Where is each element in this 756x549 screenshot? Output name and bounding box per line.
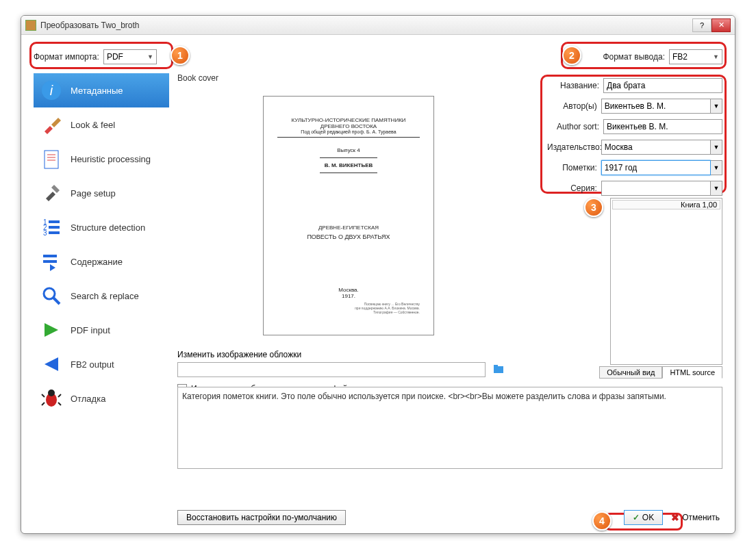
dialog-window: Преобразовать Two_broth ? ✕ Формат импор… — [21, 15, 735, 534]
brush-icon — [39, 112, 64, 137]
sidebar-item-search-replace[interactable]: Search & replace — [34, 279, 169, 313]
svg-rect-11 — [49, 231, 60, 234]
bug-icon — [39, 386, 64, 411]
author-input[interactable] — [601, 99, 711, 114]
tab-html-source[interactable]: HTML source — [662, 366, 722, 379]
series-input[interactable] — [601, 181, 711, 196]
list-icon: 123 — [39, 215, 64, 240]
titlebar: Преобразовать Two_broth ? ✕ — [21, 16, 735, 35]
arrow-right-icon — [39, 318, 64, 342]
series-dropdown[interactable]: ▼ — [711, 181, 722, 196]
chevron-down-icon: ▼ — [713, 53, 719, 60]
sidebar-item-toc[interactable]: Содержание — [34, 244, 169, 279]
series-list[interactable]: Книга 1,00 — [610, 198, 722, 365]
import-format-combo[interactable]: PDF▼ — [103, 49, 157, 64]
search-icon — [39, 283, 64, 308]
title-input[interactable] — [603, 78, 722, 93]
tags-dropdown[interactable]: ▼ — [711, 160, 722, 175]
output-format-label: Формат вывода: — [603, 52, 665, 62]
toc-icon — [39, 249, 64, 274]
title-label: Название: — [547, 81, 603, 90]
tags-label: Пометки: — [547, 163, 601, 173]
app-icon — [25, 20, 36, 31]
tags-input[interactable] — [601, 160, 711, 175]
tab-normal-view[interactable]: Обычный вид — [599, 366, 662, 379]
help-button[interactable]: ? — [692, 18, 711, 32]
browse-button[interactable] — [491, 361, 506, 376]
cover-path-input[interactable] — [177, 362, 486, 377]
cover-preview: КУЛЬТУРНО-ИСТОРИЧЕСКИЕ ПАМЯТНИКИ ДРЕВНЕГ… — [177, 86, 520, 346]
svg-line-15 — [53, 298, 60, 304]
sidebar-item-fb2-output[interactable]: FB2 output — [34, 347, 169, 381]
svg-line-19 — [58, 394, 61, 397]
svg-line-20 — [42, 403, 45, 405]
help-text: Категория пометок книги. Это поле обычно… — [177, 387, 722, 469]
sidebar-item-pdf-input[interactable]: PDF input — [34, 313, 169, 347]
svg-rect-23 — [494, 365, 498, 367]
badge-1: 1 — [171, 46, 190, 65]
chevron-down-icon: ▼ — [147, 53, 153, 60]
svg-rect-13 — [43, 260, 57, 263]
svg-point-14 — [44, 288, 55, 299]
sidebar-item-page-setup[interactable]: Page setup — [34, 176, 169, 210]
svg-line-18 — [42, 394, 45, 397]
svg-text:3: 3 — [43, 229, 47, 237]
ok-button[interactable]: ✓OK — [624, 510, 663, 525]
document-icon — [39, 146, 64, 171]
series-label: Серия: — [547, 183, 601, 193]
badge-2: 2 — [562, 46, 581, 65]
author-dropdown[interactable]: ▼ — [711, 99, 722, 114]
svg-line-21 — [58, 403, 61, 405]
check-icon: ✓ — [633, 513, 640, 522]
window-title: Преобразовать Two_broth — [40, 21, 692, 30]
sidebar-item-metadata[interactable]: i Метаданные — [34, 73, 169, 107]
publisher-dropdown[interactable]: ▼ — [711, 140, 722, 155]
wrench-icon — [39, 181, 64, 205]
svg-rect-2 — [45, 151, 58, 168]
restore-defaults-button[interactable]: Восстановить настройки по-умолчанию — [177, 510, 346, 525]
main-panel: Book cover КУЛЬТУРНО-ИСТОРИЧЕСКИЕ ПАМЯТН… — [177, 73, 540, 394]
sidebar: i Метаданные Look & feel Heuristic proce… — [34, 73, 169, 416]
svg-text:i: i — [50, 83, 53, 98]
info-icon: i — [39, 78, 64, 103]
publisher-label: Издательство: — [547, 142, 601, 152]
author-sort-label: Author sort: — [547, 122, 603, 131]
sidebar-item-debug[interactable]: Отладка — [34, 381, 169, 416]
cover-label: Book cover — [177, 73, 540, 83]
output-format-combo[interactable]: FB2▼ — [669, 49, 722, 64]
sidebar-item-heuristic[interactable]: Heuristic processing — [34, 142, 169, 176]
author-sort-input[interactable] — [603, 119, 722, 134]
badge-3: 3 — [584, 198, 603, 217]
cross-icon: ✖ — [671, 512, 679, 523]
arrow-left-icon — [39, 352, 64, 376]
author-label: Автор(ы) — [547, 101, 601, 111]
cancel-button[interactable]: ✖Отменить — [668, 510, 722, 525]
svg-point-17 — [48, 390, 55, 396]
badge-4: 4 — [592, 511, 612, 531]
metadata-panel: Название: Автор(ы) ▼ Author sort: Издате… — [547, 77, 722, 201]
svg-rect-22 — [494, 366, 503, 373]
svg-rect-9 — [49, 226, 60, 229]
publisher-input[interactable] — [601, 140, 711, 155]
import-format-label: Формат импорта: — [34, 52, 99, 62]
change-cover-label: Изменить изображение обложки — [177, 350, 540, 359]
cover-page: КУЛЬТУРНО-ИСТОРИЧЕСКИЕ ПАМЯТНИКИ ДРЕВНЕГ… — [263, 96, 434, 335]
output-format-group: Формат вывода: FB2▼ — [603, 49, 722, 64]
import-format-group: Формат импорта: PDF▼ — [34, 49, 157, 64]
svg-rect-7 — [49, 220, 60, 223]
sidebar-item-structure[interactable]: 123 Structure detection — [34, 210, 169, 244]
svg-rect-12 — [43, 255, 57, 257]
sidebar-item-look-feel[interactable]: Look & feel — [34, 107, 169, 142]
close-button[interactable]: ✕ — [711, 18, 731, 32]
